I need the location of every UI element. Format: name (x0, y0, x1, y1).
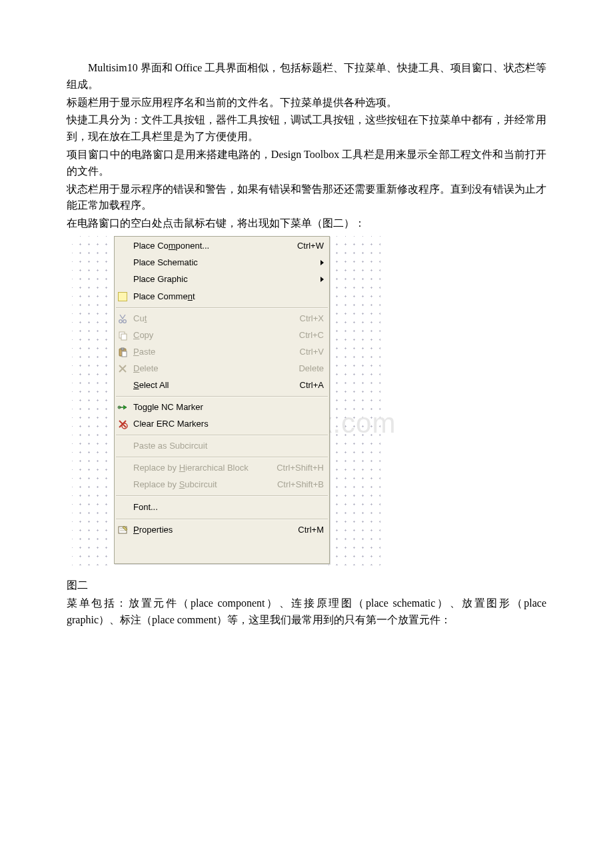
shortcut: Ctrl+V (300, 345, 329, 359)
menu-place-comment[interactable]: Place Comment (115, 288, 329, 305)
menu-separator (116, 519, 328, 520)
context-menu-screenshot: www.bdocx.com Place Component... Ctrl+W … (72, 236, 378, 565)
svg-point-1 (123, 320, 127, 323)
shortcut: Ctrl+M (298, 523, 329, 537)
menu-separator (116, 495, 328, 497)
menu-paste-subcircuit[interactable]: Paste as Subcircuit (115, 438, 329, 455)
menu-select-all[interactable]: Select All Ctrl+A (115, 377, 329, 394)
erc-marker-icon (117, 419, 128, 429)
menu-place-graphic[interactable]: Place Graphic (115, 271, 329, 288)
svg-point-0 (119, 320, 123, 323)
shortcut: Delete (299, 362, 329, 375)
menu-clear-erc[interactable]: Clear ERC Markers (115, 416, 329, 433)
properties-icon (117, 525, 128, 535)
menu-place-schematic[interactable]: Place Schematic (115, 255, 329, 271)
delete-icon (117, 363, 128, 374)
context-menu: Place Component... Ctrl+W Place Schemati… (114, 236, 330, 564)
shortcut: Ctrl+C (299, 329, 329, 342)
submenu-arrow-icon (320, 277, 324, 282)
svg-rect-5 (121, 348, 124, 350)
menu-properties[interactable]: Properties Ctrl+M (115, 522, 329, 539)
schematic-grid (328, 236, 380, 565)
copy-icon (117, 330, 128, 341)
svg-rect-3 (121, 334, 127, 340)
shortcut: Ctrl+A (300, 379, 329, 392)
shortcut: Ctrl+Shift+H (277, 461, 329, 475)
cut-icon (117, 313, 128, 324)
shortcut: Ctrl+W (297, 239, 329, 253)
menu-font[interactable]: Font... (115, 499, 329, 517)
paragraph: Multisim10 界面和 Office 工具界面相似，包括标题栏、下拉菜单、… (67, 60, 546, 93)
paragraph: 标题栏用于显示应用程序名和当前的文件名。下拉菜单提供各种选项。 (67, 95, 546, 111)
shortcut: Ctrl+X (300, 312, 329, 325)
menu-cut[interactable]: Cut Ctrl+X (115, 311, 329, 327)
paragraph: 菜单包括：放置元件（place component）、连接原理图（place s… (67, 595, 546, 629)
menu-paste[interactable]: Paste Ctrl+V (115, 344, 329, 361)
menu-separator (116, 457, 328, 458)
menu-separator (116, 307, 328, 309)
paragraph: 在电路窗口的空白处点击鼠标右键，将出现如下菜单（图二）： (67, 215, 546, 232)
menu-copy[interactable]: Copy Ctrl+C (115, 327, 329, 344)
comment-icon (118, 292, 127, 301)
paragraph: 项目窗口中的电路窗口是用来搭建电路的，Design Toolbox 工具栏是用来… (67, 147, 546, 180)
paragraph: 快捷工具分为：文件工具按钮，器件工具按钮，调试工具按钮，这些按钮在下拉菜单中都有… (67, 112, 546, 145)
svg-rect-6 (122, 351, 127, 357)
figure-caption: 图二 (67, 577, 546, 594)
nc-marker-icon (117, 402, 128, 413)
menu-place-component[interactable]: Place Component... Ctrl+W (115, 238, 329, 255)
menu-replace-hierarchical[interactable]: Replace by Hierarchical Block Ctrl+Shift… (115, 460, 329, 477)
schematic-grid (72, 236, 114, 565)
paste-icon (117, 347, 128, 357)
menu-replace-subcircuit[interactable]: Replace by Subcircuit Ctrl+Shift+B (115, 477, 329, 493)
shortcut: Ctrl+Shift+B (277, 478, 329, 491)
menu-delete[interactable]: Delete Delete (115, 361, 329, 377)
menu-separator (116, 396, 328, 397)
submenu-arrow-icon (320, 260, 324, 265)
paragraph: 状态栏用于显示程序的错误和警告，如果有错误和警告那还还需要重新修改程序。直到没有… (67, 181, 546, 215)
menu-toggle-nc[interactable]: Toggle NC Marker (115, 399, 329, 416)
menu-separator (116, 435, 328, 436)
